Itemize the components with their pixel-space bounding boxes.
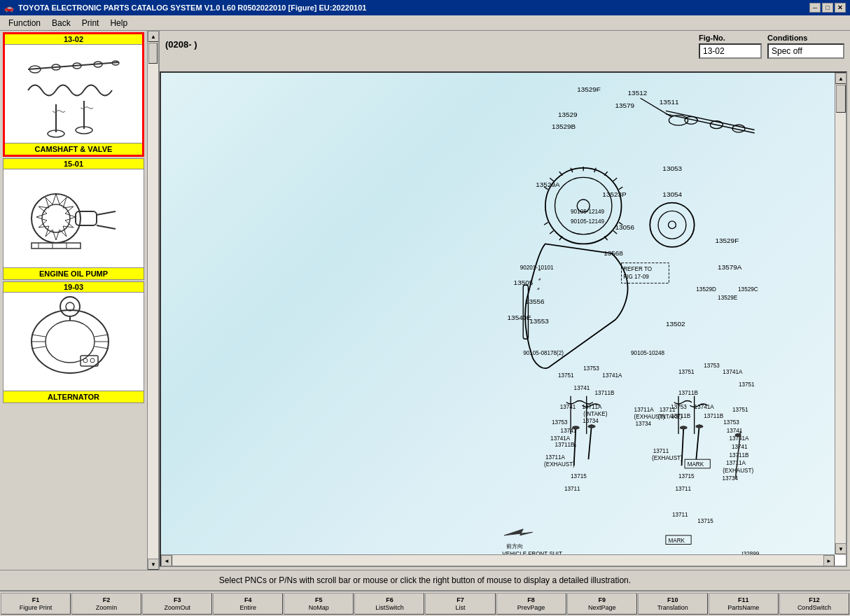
- svg-text:(INTAKE): (INTAKE): [658, 414, 682, 420]
- left-scrollbar[interactable]: ▲ ▼: [147, 31, 158, 570]
- app-icon: 🚗: [4, 4, 14, 13]
- part-card-alternator[interactable]: 19-03: [3, 281, 144, 403]
- svg-line-53: [619, 187, 622, 190]
- svg-point-47: [555, 177, 611, 234]
- close-button[interactable]: ✕: [835, 3, 846, 13]
- part-card-camshaft[interactable]: 13-02: [3, 32, 144, 157]
- scroll-up-arrow[interactable]: ▲: [835, 73, 846, 84]
- svg-line-122: [588, 424, 592, 459]
- svg-point-70: [669, 221, 676, 229]
- maximize-button[interactable]: □: [822, 3, 833, 13]
- fkey-f3[interactable]: F3ZoomOut: [142, 593, 212, 615]
- conditions-label: Conditions: [767, 34, 807, 42]
- svg-point-157: [735, 433, 741, 437]
- svg-text:13505: 13505: [514, 279, 534, 286]
- svg-line-52: [613, 178, 617, 181]
- svg-text:13529F: 13529F: [716, 237, 739, 244]
- svg-text:13753: 13753: [704, 363, 720, 369]
- svg-text:13753: 13753: [583, 365, 599, 372]
- part-card-image-1: [5, 45, 142, 143]
- fkey-f5[interactable]: F5NoMap: [284, 593, 354, 615]
- scroll-track-vertical[interactable]: [835, 84, 846, 543]
- svg-text:13056: 13056: [615, 224, 634, 232]
- svg-line-23: [32, 346, 46, 349]
- menu-bar: Function Back Print Help: [0, 15, 850, 31]
- svg-text:13711: 13711: [564, 486, 580, 492]
- svg-text:13529A: 13529A: [536, 181, 560, 188]
- right-panel: (0208- ) Fig-No. Conditions .pn { font-s…: [160, 31, 850, 570]
- svg-text:90105-08178(2): 90105-08178(2): [523, 350, 564, 356]
- menu-print[interactable]: Print: [76, 17, 105, 29]
- figure-subtitle: (0208- ): [165, 34, 426, 50]
- svg-text:MARK: MARK: [688, 461, 704, 468]
- svg-line-124: [696, 424, 699, 459]
- diagram-content: .pn { font-size: 11px; font-family: Aria…: [161, 73, 835, 554]
- fig-no-input[interactable]: [699, 43, 762, 59]
- scroll-track-horizontal[interactable]: [172, 555, 823, 566]
- svg-text:13715: 13715: [697, 518, 713, 524]
- svg-text:13734: 13734: [583, 418, 599, 424]
- svg-text:13741A: 13741A: [723, 369, 743, 375]
- scroll-left-arrow[interactable]: ◄: [161, 555, 172, 566]
- left-scroll-track[interactable]: [148, 42, 158, 559]
- svg-text:13579: 13579: [615, 102, 634, 109]
- title-bar: 🚗 TOYOTA ELECTRONIC PARTS CATALOG SYSTEM…: [0, 0, 850, 15]
- svg-text:13711A: 13711A: [582, 404, 602, 410]
- svg-line-0: [28, 62, 119, 69]
- svg-text:90201-10101: 90201-10101: [520, 265, 554, 271]
- svg-text:(INTAKE): (INTAKE): [583, 411, 607, 417]
- conditions-input[interactable]: [767, 43, 844, 59]
- menu-function[interactable]: Function: [3, 17, 46, 29]
- menu-back[interactable]: Back: [46, 17, 76, 29]
- svg-text:90105-10248: 90105-10248: [631, 350, 664, 356]
- svg-text:13053: 13053: [662, 164, 682, 172]
- main-layout: 13-02: [0, 31, 850, 570]
- part-card-number-2: 15-01: [4, 159, 144, 169]
- svg-text:13741A: 13741A: [695, 404, 715, 410]
- scroll-thumb-vertical[interactable]: [836, 85, 846, 113]
- parts-list: 13-02: [0, 31, 147, 570]
- function-keys-bar: F1Figure PrintF2ZoomInF3ZoomOutF4EntireF…: [0, 591, 850, 616]
- svg-marker-138: [504, 529, 533, 536]
- part-card-number-1: 13-02: [5, 34, 142, 45]
- svg-text:13741A: 13741A: [602, 372, 622, 379]
- fkey-f7[interactable]: F7List: [425, 593, 495, 615]
- fkey-f12[interactable]: F12CondSwitch: [779, 593, 849, 615]
- svg-text:13529C: 13529C: [738, 286, 758, 293]
- scroll-down-arrow[interactable]: ▼: [835, 543, 846, 554]
- minimize-button[interactable]: ─: [809, 3, 821, 13]
- left-scroll-up[interactable]: ▲: [148, 31, 159, 42]
- part-card-number-3: 19-03: [4, 282, 144, 293]
- diagram-area[interactable]: .pn { font-size: 11px; font-family: Aria…: [160, 71, 847, 567]
- fkey-f9[interactable]: F9NextPage: [567, 593, 637, 615]
- fkey-f4[interactable]: F4Entire: [213, 593, 283, 615]
- svg-text:13711A: 13711A: [634, 407, 655, 413]
- svg-point-130: [680, 426, 688, 429]
- fkey-f1[interactable]: F1Figure Print: [1, 593, 71, 615]
- fig-no-label: Fig-No.: [699, 34, 725, 42]
- svg-text:前方向: 前方向: [506, 543, 523, 550]
- menu-help[interactable]: Help: [104, 17, 133, 29]
- left-scroll-thumb[interactable]: [148, 43, 158, 64]
- part-card-oil-pump[interactable]: 15-01: [3, 158, 144, 280]
- scroll-right-arrow[interactable]: ►: [823, 555, 835, 566]
- svg-text:13753: 13753: [723, 419, 739, 426]
- fkey-f10[interactable]: F10Translation: [638, 593, 708, 615]
- svg-text:13741: 13741: [574, 385, 590, 391]
- fkey-f6[interactable]: F6ListSwitch: [354, 593, 424, 615]
- diagram-scroll-vertical[interactable]: ▲ ▼: [835, 73, 846, 554]
- svg-text:13711B₂: 13711B₂: [555, 442, 576, 448]
- svg-rect-12: [76, 211, 97, 225]
- fkey-f2[interactable]: F2ZoomIn: [71, 593, 141, 615]
- fkey-f11[interactable]: F11PartsName: [709, 593, 779, 615]
- svg-text:13711: 13711: [675, 486, 691, 492]
- fkey-f8[interactable]: F8PrevPage: [496, 593, 566, 615]
- left-scroll-down[interactable]: ▼: [148, 559, 159, 570]
- svg-text:13512: 13512: [628, 89, 648, 97]
- svg-point-69: [658, 211, 686, 239]
- diagram-scroll-horizontal[interactable]: ◄ ►: [161, 554, 835, 566]
- svg-text:13529E: 13529E: [718, 295, 738, 301]
- svg-text:13751: 13751: [678, 369, 695, 375]
- svg-text:13734: 13734: [635, 421, 651, 427]
- diagram-svg: .pn { font-size: 11px; font-family: Aria…: [161, 73, 835, 554]
